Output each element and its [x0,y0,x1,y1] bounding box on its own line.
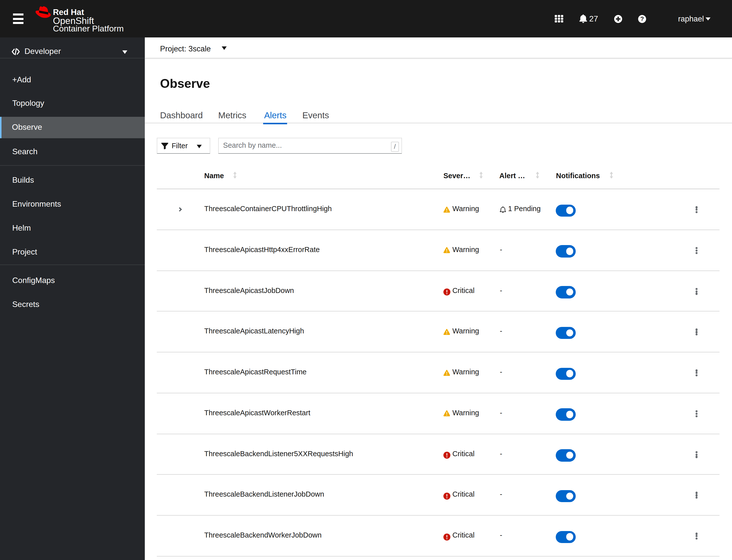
svg-text:?: ? [640,15,644,22]
